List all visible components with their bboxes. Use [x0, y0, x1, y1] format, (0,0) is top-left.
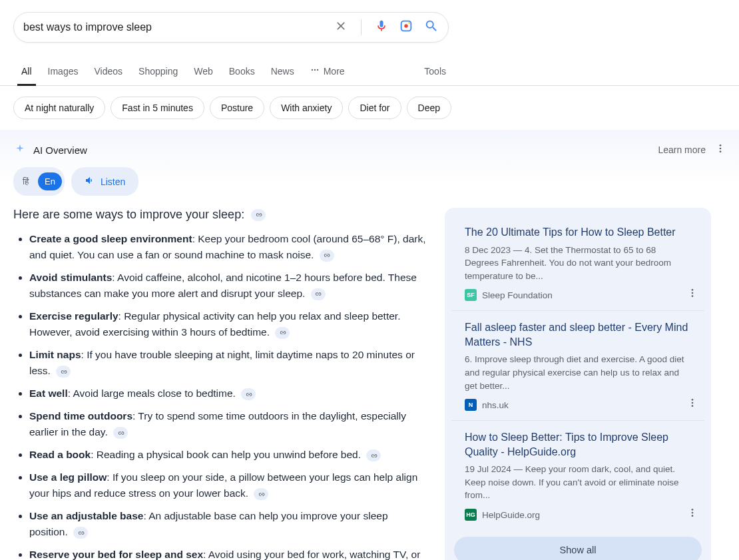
svg-point-13	[692, 402, 694, 404]
source-title[interactable]: How to Sleep Better: Tips to Improve Sle…	[465, 430, 691, 459]
favicon: HG	[465, 509, 477, 521]
svg-point-4	[314, 69, 316, 71]
svg-point-17	[692, 515, 694, 517]
lang-hindi[interactable]: हिं	[16, 172, 35, 191]
listen-button[interactable]: Listen	[71, 167, 138, 196]
source-overflow-icon[interactable]	[687, 507, 698, 521]
citation-icon[interactable]	[251, 209, 266, 221]
source-meta: Nnhs.uk	[465, 399, 691, 411]
citation-icon[interactable]	[113, 427, 128, 439]
overflow-icon[interactable]	[715, 143, 726, 156]
sparkle-icon	[13, 143, 27, 156]
source-overflow-icon[interactable]	[687, 288, 698, 301]
tabs-row: All Images Videos Shopping Web Books New…	[0, 57, 739, 86]
chips-row: At night naturally Fast in 5 minutes Pos…	[0, 86, 739, 130]
search-icon[interactable]	[424, 19, 439, 36]
favicon: N	[465, 399, 477, 411]
svg-point-15	[692, 509, 694, 511]
mic-icon[interactable]	[375, 19, 388, 35]
tab-more[interactable]: More	[302, 57, 353, 85]
chip[interactable]: At night naturally	[13, 97, 105, 119]
tip-item: Use a leg pillow: If you sleep on your s…	[29, 469, 426, 501]
clear-icon[interactable]	[334, 19, 348, 35]
tools-link[interactable]: Tools	[424, 66, 726, 77]
source-snippet: 6. Improve sleep through diet and exerci…	[465, 353, 691, 392]
svg-point-10	[692, 292, 694, 294]
lang-english[interactable]: En	[38, 172, 62, 190]
source-card[interactable]: Fall asleep faster and sleep better - Ev…	[451, 311, 704, 421]
tip-item: Create a good sleep environment: Keep yo…	[29, 231, 426, 263]
tab-news[interactable]: News	[263, 58, 302, 85]
tab-videos[interactable]: Videos	[86, 58, 130, 85]
svg-point-6	[720, 144, 722, 146]
ai-overview-section: AI Overview Learn more हिं En Listen He	[0, 130, 739, 560]
source-title[interactable]: Fall asleep faster and sleep better - Ev…	[465, 320, 691, 349]
source-overflow-icon[interactable]	[687, 398, 698, 411]
svg-point-16	[692, 512, 694, 514]
citation-icon[interactable]	[254, 488, 268, 500]
search-input[interactable]	[23, 21, 334, 33]
tip-item: Exercise regularly: Regular physical act…	[29, 308, 426, 340]
source-card[interactable]: The 20 Ultimate Tips for How to Sleep Be…	[451, 216, 704, 311]
speaker-icon	[85, 175, 95, 188]
chip[interactable]: Deep	[407, 97, 451, 119]
search-bar	[13, 12, 449, 43]
source-snippet: 19 Jul 2024 — Keep your room dark, cool,…	[465, 463, 691, 502]
ai-content: Here are some ways to improve your sleep…	[13, 208, 426, 560]
tip-item: Read a book: Reading a physical book can…	[29, 447, 426, 463]
tab-web[interactable]: Web	[186, 58, 221, 85]
svg-point-12	[692, 399, 694, 401]
citation-icon[interactable]	[56, 366, 71, 378]
tab-books[interactable]: Books	[221, 58, 263, 85]
language-toggle: हिं En	[13, 167, 65, 196]
source-meta: SFSleep Foundation	[465, 289, 691, 301]
svg-point-11	[692, 296, 694, 298]
chip[interactable]: Posture	[210, 97, 264, 119]
tab-images[interactable]: Images	[40, 58, 87, 85]
citation-icon[interactable]	[241, 388, 256, 400]
tab-all[interactable]: All	[13, 58, 40, 85]
svg-point-7	[720, 148, 722, 150]
more-dots-icon	[310, 65, 320, 77]
citation-icon[interactable]	[73, 527, 88, 539]
lens-icon[interactable]	[399, 19, 413, 36]
citation-icon[interactable]	[311, 288, 326, 300]
tip-item: Avoid stimulants: Avoid caffeine, alcoho…	[29, 270, 426, 302]
learn-more-link[interactable]: Learn more	[658, 144, 706, 155]
chip[interactable]: Diet for	[348, 97, 401, 119]
tip-item: Eat well: Avoid large meals close to bed…	[29, 386, 426, 402]
svg-point-8	[720, 150, 722, 152]
svg-point-2	[408, 22, 409, 23]
svg-point-5	[317, 69, 318, 71]
tip-item: Use an adjustable base: An adjustable ba…	[29, 508, 426, 540]
chip[interactable]: With anxiety	[270, 97, 343, 119]
tab-shopping[interactable]: Shopping	[130, 58, 186, 85]
tip-item: Limit naps: If you have trouble sleeping…	[29, 347, 426, 379]
chip[interactable]: Fast in 5 minutes	[111, 97, 204, 119]
svg-point-9	[692, 289, 694, 291]
citation-icon[interactable]	[320, 250, 334, 262]
source-snippet: 8 Dec 2023 — 4. Set the Thermostat to 65…	[465, 244, 691, 283]
source-card[interactable]: How to Sleep Better: Tips to Improve Sle…	[451, 421, 704, 530]
citation-icon[interactable]	[275, 327, 290, 339]
tip-item: Reserve your bed for sleep and sex: Avoi…	[29, 547, 426, 560]
source-title[interactable]: The 20 Ultimate Tips for How to Sleep Be…	[465, 225, 691, 240]
show-all-button[interactable]: Show all	[454, 537, 702, 560]
svg-point-14	[692, 405, 694, 407]
intro-text: Here are some ways to improve your sleep…	[13, 208, 244, 222]
tip-item: Spend time outdoors: Try to spend some t…	[29, 408, 426, 440]
citation-icon[interactable]	[366, 449, 381, 461]
sources-panel: The 20 Ultimate Tips for How to Sleep Be…	[445, 208, 711, 560]
ai-overview-title: AI Overview	[33, 144, 87, 156]
source-meta: HGHelpGuide.org	[465, 509, 691, 521]
favicon: SF	[465, 289, 477, 301]
svg-point-1	[404, 24, 408, 28]
svg-point-3	[311, 69, 312, 71]
